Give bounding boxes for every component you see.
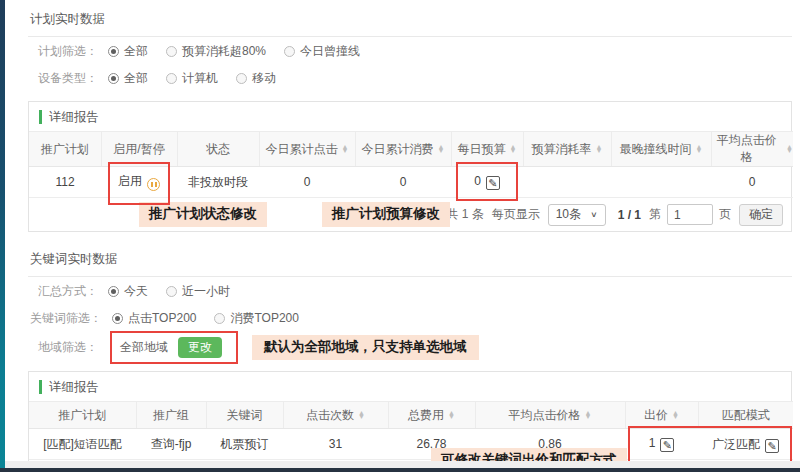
table-row: 112 启用 非投放时段 0 0 0✎ 0: [29, 167, 793, 198]
confirm-button[interactable]: 确定: [739, 204, 783, 226]
radio-option-label: 全部: [124, 70, 148, 87]
device-filter-row: 设备类型： 全部 计算机 移动: [0, 64, 800, 91]
radio-unselected-icon[interactable]: [166, 46, 177, 57]
bottom-edge-strip: [0, 468, 800, 472]
edit-icon[interactable]: ✎: [486, 176, 500, 190]
cell-bid: 1✎: [625, 429, 698, 460]
col-header-clicks: 点击次数▲▼: [283, 402, 388, 429]
keyword-filter-label: 关键词筛选：: [30, 310, 102, 327]
radio-option-label: 今天: [124, 283, 148, 300]
sort-icon[interactable]: ▲▼: [358, 411, 365, 420]
radio-selected-icon[interactable]: [108, 46, 119, 57]
radio-option-click-top200[interactable]: 点击TOP200: [112, 310, 196, 327]
cell-latest-line-time: [611, 167, 711, 198]
sort-icon[interactable]: ▲▼: [672, 411, 679, 420]
sort-icon[interactable]: ▲▼: [696, 145, 703, 154]
cell-plan: 112: [29, 167, 101, 198]
col-header-toggle: 启用/暂停: [101, 132, 177, 167]
radio-unselected-icon[interactable]: [214, 313, 225, 324]
left-edge-strip: [0, 0, 5, 472]
sort-icon[interactable]: ▲▼: [438, 145, 445, 154]
report-title: 详细报告: [39, 380, 99, 394]
page-suffix: 页: [719, 206, 731, 223]
region-value: 全部地域: [120, 339, 168, 356]
radio-option-label: 今日曾撞线: [300, 43, 360, 60]
radio-selected-icon[interactable]: [108, 73, 119, 84]
radio-option-computer[interactable]: 计算机: [166, 70, 218, 87]
radio-unselected-icon[interactable]: [166, 73, 177, 84]
cell-today-spend: 0: [355, 167, 451, 198]
sort-icon[interactable]: ▲▼: [786, 145, 793, 154]
col-header-plan: 推广计划: [29, 132, 101, 167]
radio-selected-icon[interactable]: [108, 286, 119, 297]
sort-icon[interactable]: ▲▼: [585, 411, 592, 420]
plan-report-panel: 详细报告 推广计划 启用/暂停 状态 今日累计点击▲▼ 今日累计消费▲▼ 每日预…: [28, 101, 792, 232]
daily-budget-value: 0: [474, 174, 481, 188]
sort-icon[interactable]: ▲▼: [510, 145, 517, 154]
col-header-today-clicks: 今日累计点击▲▼: [259, 132, 355, 167]
radio-option-label: 预算消耗超80%: [182, 43, 266, 60]
edit-icon[interactable]: ✎: [660, 438, 674, 452]
col-header-total-cost: 总费用▲▼: [388, 402, 475, 429]
page-number-input[interactable]: [667, 204, 713, 225]
radio-unselected-icon[interactable]: [166, 286, 177, 297]
plan-table-header-row: 推广计划 启用/暂停 状态 今日累计点击▲▼ 今日累计消费▲▼ 每日预算▲▼ 预…: [29, 132, 793, 167]
radio-unselected-icon[interactable]: [284, 46, 295, 57]
radio-option-hit-line-today[interactable]: 今日曾撞线: [284, 43, 360, 60]
annotation-region: 默认为全部地域，只支持单选地域: [252, 335, 479, 360]
radio-option-all[interactable]: 全部: [108, 43, 148, 60]
col-header-avg-click-price: 平均点击价格▲▼: [475, 402, 625, 429]
cell-group: 查询-fjp: [136, 429, 206, 460]
annotation-budget-edit: 推广计划预算修改: [322, 202, 450, 227]
col-header-status: 状态: [177, 132, 259, 167]
keyword-filter-row: 关键词筛选： 点击TOP200 消费TOP200: [0, 304, 800, 331]
report-head: 详细报告: [29, 102, 791, 131]
plan-filter-row: 计划筛选： 全部 预算消耗超80% 今日曾撞线: [0, 37, 800, 64]
cell-avg-click-price: 0: [711, 167, 793, 198]
per-page-select[interactable]: 10条 ∨: [548, 204, 606, 226]
radio-option-budget-over-80[interactable]: 预算消耗超80%: [166, 43, 266, 60]
sort-icon[interactable]: ▲▼: [448, 411, 455, 420]
cell-today-clicks: 0: [259, 167, 355, 198]
change-region-button[interactable]: 更改: [178, 337, 222, 358]
col-header-plan: 推广计划: [29, 402, 136, 429]
match-mode-value: 广泛匹配: [712, 437, 760, 451]
cell-status: 非投放时段: [177, 167, 259, 198]
col-header-match-mode: 匹配模式: [698, 402, 793, 429]
radio-selected-icon[interactable]: [112, 313, 123, 324]
cell-toggle: 启用: [101, 167, 177, 198]
cell-clicks: 31: [283, 429, 388, 460]
radio-option-label: 近一小时: [182, 283, 230, 300]
col-header-group: 推广组: [136, 402, 206, 429]
highlight-box-region: 全部地域 更改: [110, 331, 238, 364]
chevron-down-icon: ∨: [590, 210, 597, 219]
radio-option-last-hour[interactable]: 近一小时: [166, 283, 230, 300]
bid-value: 1: [649, 436, 656, 450]
edit-icon[interactable]: ✎: [765, 439, 779, 453]
report-head: 详细报告: [29, 372, 791, 401]
table-row: [匹配]短语匹配 查询-fjp 机票预订 31 26.78 0.86 1✎ 广泛…: [29, 429, 793, 460]
radio-option-spend-top200[interactable]: 消费TOP200: [214, 310, 298, 327]
plan-table: 推广计划 启用/暂停 状态 今日累计点击▲▼ 今日累计消费▲▼ 每日预算▲▼ 预…: [29, 131, 793, 198]
sort-icon[interactable]: ▲▼: [342, 145, 349, 154]
radio-option-label: 全部: [124, 43, 148, 60]
radio-option-all-devices[interactable]: 全部: [108, 70, 148, 87]
col-header-avg-click-price: 平均点击价格▲▼: [711, 132, 793, 167]
summary-filter-label: 汇总方式：: [38, 283, 98, 300]
region-filter-row: 地域筛选： 全部地域 更改 默认为全部地域，只支持单选地域: [0, 331, 800, 364]
radio-option-today[interactable]: 今天: [108, 283, 148, 300]
total-count: 共 1 条: [446, 206, 483, 223]
radio-option-mobile[interactable]: 移动: [236, 70, 276, 87]
sort-icon[interactable]: ▲▼: [596, 145, 603, 154]
annotation-status-edit: 推广计划状态修改: [139, 202, 267, 227]
cell-keyword: 机票预订: [206, 429, 283, 460]
col-header-daily-budget: 每日预算▲▼: [451, 132, 523, 167]
keyword-table-header-row: 推广计划 推广组 关键词 点击次数▲▼ 总费用▲▼ 平均点击价格▲▼ 出价▲▼ …: [29, 402, 793, 429]
radio-unselected-icon[interactable]: [236, 73, 247, 84]
radio-option-label: 消费TOP200: [230, 310, 298, 327]
page-prefix: 第: [649, 206, 661, 223]
cell-budget-rate: [523, 167, 611, 198]
pause-icon[interactable]: [147, 178, 160, 191]
keyword-table: 推广计划 推广组 关键词 点击次数▲▼ 总费用▲▼ 平均点击价格▲▼ 出价▲▼ …: [29, 401, 793, 460]
col-header-budget-rate: 预算消耗率▲▼: [523, 132, 611, 167]
